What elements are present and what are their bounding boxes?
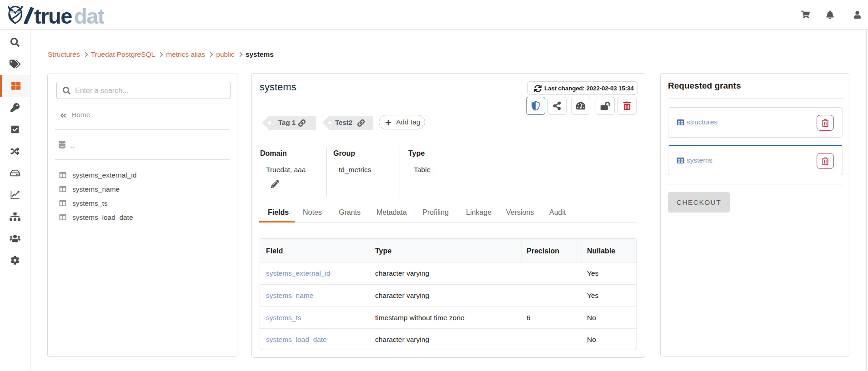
svg-text:dat: dat bbox=[74, 6, 104, 24]
svg-text:true: true bbox=[34, 6, 72, 24]
